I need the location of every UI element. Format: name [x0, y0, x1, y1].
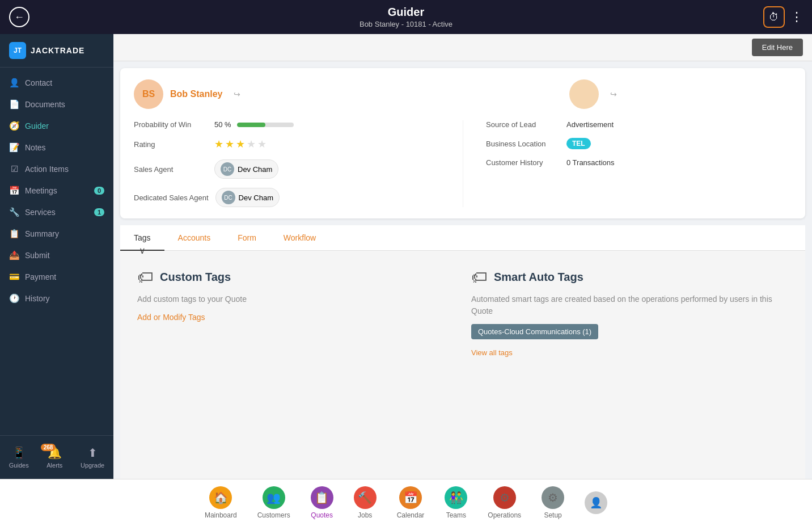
documents-icon: 📄: [9, 99, 19, 110]
upgrade-label: Upgrade: [81, 462, 104, 469]
view-all-tags-link[interactable]: View all tags: [471, 348, 788, 357]
sidebar-item-services[interactable]: 🔧 Services 1: [0, 201, 113, 223]
profile-header: BS Bob Stanley ↪ ↪: [134, 79, 792, 109]
tab-workflow[interactable]: Workflow: [270, 225, 329, 250]
source-lead-label: Source of Lead: [486, 120, 560, 129]
sidebar-item-contact[interactable]: 👤 Contact: [0, 72, 113, 94]
upgrade-button[interactable]: ⬆ Upgrade: [76, 441, 109, 473]
customer-history-row: Customer History 0 Transactions: [486, 158, 792, 167]
sidebar-label-contact: Contact: [25, 78, 52, 87]
business-location-label: Business Location: [486, 140, 560, 148]
bnav-customers[interactable]: 👥 Customers: [247, 484, 301, 521]
sidebar: JT JACKTRADE 👤 Contact 📄 Documents 🧭 Gui…: [0, 34, 113, 479]
bnav-profile-avatar[interactable]: 👤: [574, 489, 618, 516]
sidebar-item-guider[interactable]: 🧭 Guider: [0, 115, 113, 137]
contact-icon: 👤: [9, 78, 19, 88]
dedicated-agent-badge: DC Dev Cham: [215, 188, 280, 207]
submit-icon: 📤: [9, 250, 19, 260]
rating-stars: ★ ★ ★ ★ ★: [214, 138, 267, 150]
tab-tags[interactable]: Tags ∨: [120, 225, 164, 250]
main-content: Edit Here BS Bob Stanley ↪ ↪ Probability…: [113, 34, 812, 479]
customer-history-value: 0 Transactions: [566, 158, 615, 167]
customers-icon: 👥: [263, 486, 285, 509]
progress-bar: [237, 123, 294, 127]
smart-tag-chip[interactable]: Quotes-Cloud Communications (1): [471, 324, 598, 339]
mainboard-icon: 🏠: [209, 486, 232, 509]
tab-accounts[interactable]: Accounts: [164, 225, 225, 250]
tags-section: 🏷 Custom Tags Add custom tags to your Qu…: [120, 251, 805, 479]
profile-name[interactable]: Bob Stanley: [170, 89, 222, 99]
teams-icon: 👫: [445, 486, 467, 509]
sidebar-item-meetings[interactable]: 📅 Meetings 0: [0, 180, 113, 201]
avatar: BS: [134, 79, 163, 109]
sidebar-item-payment[interactable]: 💳 Payment: [0, 266, 113, 288]
bnav-jobs[interactable]: 🔨 Jobs: [344, 484, 387, 521]
page-title: Guider: [0, 6, 812, 19]
sidebar-bottom: 📱 Guides 268 🔔 Alerts ⬆ Upgrade: [0, 435, 113, 479]
sidebar-item-submit[interactable]: 📤 Submit: [0, 245, 113, 266]
action-items-icon: ☑: [9, 164, 19, 174]
bnav-quotes[interactable]: 📋 Quotes: [301, 484, 344, 521]
custom-tags-icon: 🏷: [137, 268, 153, 287]
smart-tags-icon: 🏷: [471, 268, 487, 287]
sales-agent-badge: DC Dev Cham: [214, 159, 278, 179]
smart-tags-title: Smart Auto Tags: [494, 271, 583, 284]
sidebar-label-guider: Guider: [25, 121, 49, 131]
dedicated-agent-row: Dedicated Sales Agent DC Dev Cham: [134, 188, 463, 207]
history-icon: 🕐: [9, 293, 19, 304]
sidebar-item-history[interactable]: 🕐 History: [0, 288, 113, 309]
profile-right: Source of Lead Advertisement Business Lo…: [463, 120, 792, 207]
profile-left: Probability of Win 50 % Rating ★ ★: [134, 120, 463, 207]
edit-here-button[interactable]: Edit Here: [752, 39, 803, 56]
more-menu-button[interactable]: ⋮: [790, 10, 803, 24]
sidebar-label-action-items: Action Items: [25, 165, 69, 174]
customer-history-label: Customer History: [486, 158, 560, 167]
sidebar-label-notes: Notes: [25, 143, 46, 152]
edit-bar: Edit Here: [113, 34, 812, 61]
source-lead-row: Source of Lead Advertisement: [486, 120, 792, 129]
add-modify-tags-link[interactable]: Add or Modify Tags: [137, 313, 205, 322]
sidebar-item-documents[interactable]: 📄 Documents: [0, 94, 113, 115]
sidebar-item-notes[interactable]: 📝 Notes: [0, 137, 113, 158]
bnav-teams[interactable]: 👫 Teams: [434, 484, 477, 521]
user-avatar-icon: 👤: [585, 491, 607, 514]
bnav-setup[interactable]: ⚙ Setup: [531, 484, 574, 521]
sidebar-item-action-items[interactable]: ☑ Action Items: [0, 158, 113, 180]
rating-label: Rating: [134, 140, 208, 149]
alerts-button[interactable]: 268 🔔 Alerts: [42, 441, 67, 473]
star-5: ★: [257, 138, 267, 150]
top-bar-right-icons: ⏱ ⋮: [763, 6, 803, 28]
upgrade-icon: ⬆: [88, 446, 98, 460]
sidebar-nav: 👤 Contact 📄 Documents 🧭 Guider 📝 Notes ☑…: [0, 68, 113, 435]
sidebar-item-summary[interactable]: 📋 Summary: [0, 223, 113, 245]
profile-left-header: BS Bob Stanley ↪: [134, 79, 240, 109]
logo-text: JACKTRADE: [31, 46, 84, 55]
back-button[interactable]: ←: [9, 7, 29, 27]
sidebar-label-payment: Payment: [25, 272, 56, 281]
business-location-row: Business Location TEL: [486, 138, 792, 149]
smart-auto-tags-block: 🏷 Smart Auto Tags Automated smart tags a…: [471, 268, 788, 462]
summary-icon: 📋: [9, 229, 19, 239]
bnav-calendar[interactable]: 📅 Calendar: [387, 484, 435, 521]
sidebar-label-submit: Submit: [25, 251, 50, 260]
meetings-badge: 0: [94, 187, 104, 195]
meetings-icon: 📅: [9, 186, 19, 196]
bnav-mainboard[interactable]: 🏠 Mainboard: [194, 484, 247, 521]
secondary-share-icon[interactable]: ↪: [610, 90, 617, 99]
dedicated-agent-label: Dedicated Sales Agent: [134, 193, 209, 202]
business-location-badge: TEL: [566, 138, 591, 149]
custom-tags-block: 🏷 Custom Tags Add custom tags to your Qu…: [137, 268, 454, 462]
guides-button[interactable]: 📱 Guides: [5, 441, 33, 473]
probability-row: Probability of Win 50 %: [134, 120, 463, 129]
bnav-operations[interactable]: ⚙ Operations: [477, 484, 531, 521]
share-icon[interactable]: ↪: [234, 90, 240, 99]
quotes-icon: 📋: [311, 486, 333, 509]
top-bar: ← Guider Bob Stanley - 10181 - Active ⏱ …: [0, 0, 812, 34]
sidebar-label-history: History: [25, 294, 50, 303]
timer-button[interactable]: ⏱: [763, 6, 785, 28]
bottom-nav: 🏠 Mainboard 👥 Customers 📋 Quotes 🔨 Jobs …: [0, 479, 812, 526]
jobs-icon: 🔨: [354, 486, 377, 509]
custom-tags-header: 🏷 Custom Tags: [137, 268, 454, 287]
star-1: ★: [214, 138, 223, 150]
tab-form[interactable]: Form: [224, 225, 270, 250]
